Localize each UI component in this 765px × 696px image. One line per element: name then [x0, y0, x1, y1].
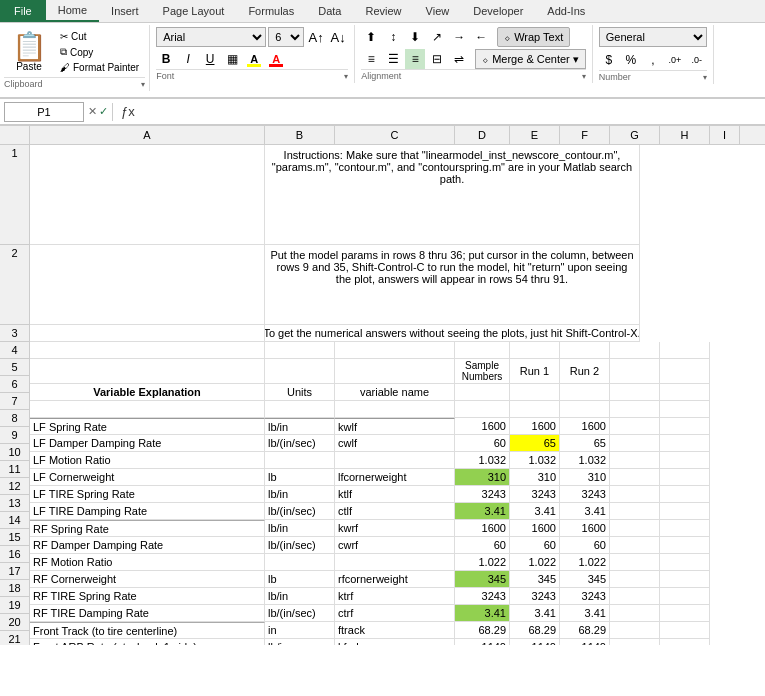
cell-g4[interactable] [610, 342, 660, 359]
cell-g19[interactable] [610, 605, 660, 622]
cell-c15[interactable]: cwrf [335, 537, 455, 554]
cell-b9[interactable]: lb/(in/sec) [265, 435, 335, 452]
decimal-decrease-button[interactable]: .0- [687, 50, 707, 70]
cell-b11[interactable]: lb [265, 469, 335, 486]
col-header-e[interactable]: E [510, 126, 560, 144]
cell-b1-merged[interactable]: Instructions: Make sure that "linearmode… [265, 145, 640, 245]
row-header-3[interactable]: 3 [0, 325, 29, 342]
number-format-select[interactable]: General [599, 27, 707, 47]
row-header-21[interactable]: 21 [0, 631, 29, 645]
cell-c10[interactable] [335, 452, 455, 469]
cell-b20[interactable]: in [265, 622, 335, 639]
cell-d13[interactable]: 3.41 [455, 503, 510, 520]
cell-h18[interactable] [660, 588, 710, 605]
cell-b12[interactable]: lb/in [265, 486, 335, 503]
row-header-20[interactable]: 20 [0, 614, 29, 631]
cell-h15[interactable] [660, 537, 710, 554]
cell-d8[interactable]: 1600 [455, 418, 510, 435]
cell-d9[interactable]: 60 [455, 435, 510, 452]
cell-b18[interactable]: lb/in [265, 588, 335, 605]
cell-d17[interactable]: 345 [455, 571, 510, 588]
merge-center-button[interactable]: ⬦ Merge & Center ▾ [475, 49, 586, 69]
cell-a17[interactable]: RF Cornerweight [30, 571, 265, 588]
cell-e20[interactable]: 68.29 [510, 622, 560, 639]
cell-g9[interactable] [610, 435, 660, 452]
cell-h5[interactable] [660, 359, 710, 384]
cell-c4[interactable] [335, 342, 455, 359]
cell-d21[interactable]: 1140 [455, 639, 510, 645]
cell-c8[interactable]: kwlf [335, 418, 455, 435]
cell-f16[interactable]: 1.022 [560, 554, 610, 571]
cell-f21[interactable]: 1140 [560, 639, 610, 645]
cell-f14[interactable]: 1600 [560, 520, 610, 537]
cell-f17[interactable]: 345 [560, 571, 610, 588]
cell-h16[interactable] [660, 554, 710, 571]
cell-a6[interactable]: Variable Explanation [30, 384, 265, 401]
font-size-decrease-button[interactable]: A↓ [328, 27, 348, 47]
row-header-15[interactable]: 15 [0, 529, 29, 546]
cell-f20[interactable]: 68.29 [560, 622, 610, 639]
indent-decrease-button[interactable]: ← [471, 27, 491, 47]
alignment-launcher[interactable]: ▾ [582, 72, 586, 81]
cell-h9[interactable] [660, 435, 710, 452]
cell-c11[interactable]: lfcornerweight [335, 469, 455, 486]
cell-c14[interactable]: kwrf [335, 520, 455, 537]
tab-developer[interactable]: Developer [461, 0, 535, 22]
cell-b21[interactable]: lb/in [265, 639, 335, 645]
cut-button[interactable]: ✂ Cut [56, 29, 143, 44]
cell-h21[interactable] [660, 639, 710, 645]
cell-c7[interactable] [335, 401, 455, 418]
row-header-1[interactable]: 1 [0, 145, 29, 245]
cell-g13[interactable] [610, 503, 660, 520]
cell-g15[interactable] [610, 537, 660, 554]
bold-button[interactable]: B [156, 49, 176, 69]
cell-g10[interactable] [610, 452, 660, 469]
cell-e5[interactable]: Run 1 [510, 359, 560, 384]
cell-f9[interactable]: 65 [560, 435, 610, 452]
cell-f11[interactable]: 310 [560, 469, 610, 486]
cell-h14[interactable] [660, 520, 710, 537]
cell-b13[interactable]: lb/(in/sec) [265, 503, 335, 520]
cell-e17[interactable]: 345 [510, 571, 560, 588]
cell-b2-merged[interactable]: Put the model params in rows 8 thru 36; … [265, 245, 640, 325]
cell-d6[interactable] [455, 384, 510, 401]
cell-g12[interactable] [610, 486, 660, 503]
cell-e6[interactable] [510, 384, 560, 401]
cell-c16[interactable] [335, 554, 455, 571]
row-header-18[interactable]: 18 [0, 580, 29, 597]
underline-button[interactable]: U [200, 49, 220, 69]
cell-e18[interactable]: 3243 [510, 588, 560, 605]
row-header-9[interactable]: 9 [0, 427, 29, 444]
decimal-increase-button[interactable]: .0+ [665, 50, 685, 70]
cell-h20[interactable] [660, 622, 710, 639]
cell-h12[interactable] [660, 486, 710, 503]
clipboard-launcher[interactable]: ▾ [141, 80, 145, 89]
cell-f15[interactable]: 60 [560, 537, 610, 554]
cell-f5[interactable]: Run 2 [560, 359, 610, 384]
row-header-12[interactable]: 12 [0, 478, 29, 495]
cell-h13[interactable] [660, 503, 710, 520]
cell-c6[interactable]: variable name [335, 384, 455, 401]
cell-c9[interactable]: cwlf [335, 435, 455, 452]
row-header-4[interactable]: 4 [0, 342, 29, 359]
cell-f12[interactable]: 3243 [560, 486, 610, 503]
cell-f7[interactable] [560, 401, 610, 418]
cell-b14[interactable]: lb/in [265, 520, 335, 537]
cell-c12[interactable]: ktlf [335, 486, 455, 503]
font-launcher[interactable]: ▾ [344, 72, 348, 81]
cell-b19[interactable]: lb/(in/sec) [265, 605, 335, 622]
cell-d15[interactable]: 60 [455, 537, 510, 554]
cell-d4[interactable] [455, 342, 510, 359]
cell-a2[interactable] [30, 245, 265, 325]
cell-h4[interactable] [660, 342, 710, 359]
formula-input[interactable] [143, 102, 761, 122]
cell-f13[interactable]: 3.41 [560, 503, 610, 520]
align-left-button[interactable]: ≡ [361, 49, 381, 69]
cell-g8[interactable] [610, 418, 660, 435]
row-header-14[interactable]: 14 [0, 512, 29, 529]
cell-b5[interactable] [265, 359, 335, 384]
tab-formulas[interactable]: Formulas [236, 0, 306, 22]
indent-increase-button[interactable]: → [449, 27, 469, 47]
col-header-i[interactable]: I [710, 126, 740, 144]
cell-g5[interactable] [610, 359, 660, 384]
